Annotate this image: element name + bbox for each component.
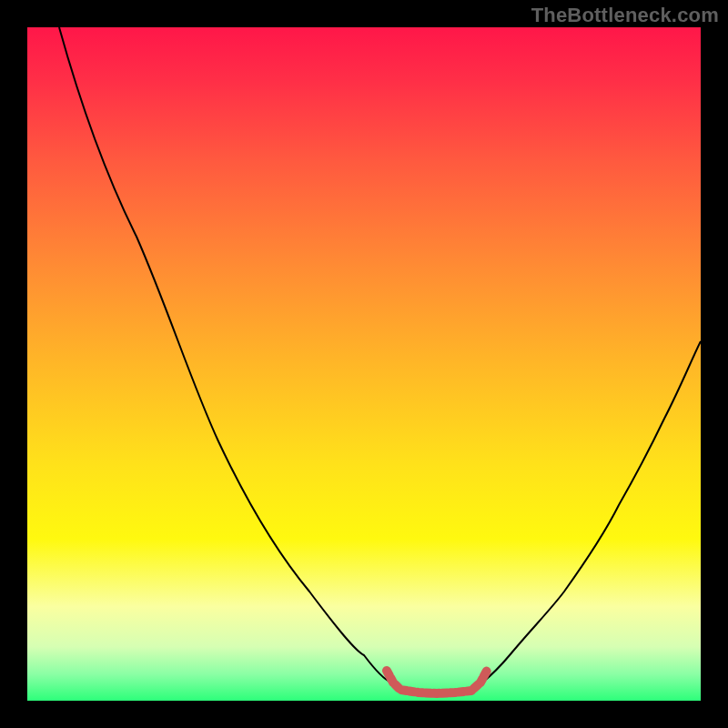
plot-area (27, 27, 701, 701)
bottleneck-curve-left (59, 27, 391, 682)
watermark-label: TheBottleneck.com (531, 4, 719, 27)
bottleneck-curve-right (482, 341, 701, 682)
curve-layer (27, 27, 701, 701)
bottom-marker (387, 671, 487, 693)
chart-frame: TheBottleneck.com (0, 0, 728, 728)
